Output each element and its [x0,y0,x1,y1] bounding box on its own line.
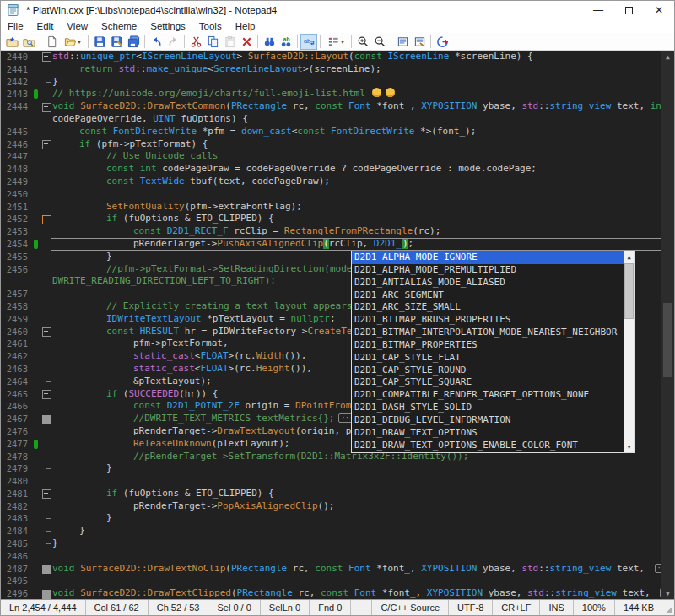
scroll-down-icon[interactable]: ▼ [624,441,634,452]
autocomplete-item[interactable]: D2D1_DRAW_TEXT_OPTIONS_ENABLE_COLOR_FONT [352,440,624,452]
line-number[interactable]: 2486 [1,550,33,563]
edit-scheme-button[interactable] [411,34,428,50]
save-all-button[interactable] [125,34,142,50]
code-line[interactable]: 2447// Use Unicode calls [1,150,674,163]
code-line[interactable]: 2487void SurfaceD2D::DrawTextNoClip(PRec… [1,563,674,575]
bookmark-margin[interactable] [33,400,40,413]
code-line[interactable]: 2482pRenderTarget->PopAxisAlignedClip(); [1,500,674,513]
line-number[interactable]: 2449 [1,176,33,188]
line-number[interactable]: 2465 [1,388,33,401]
code-line[interactable]: 2480 [1,475,674,488]
line-number[interactable]: 2448 [1,163,33,176]
bookmark-margin[interactable] [33,113,40,126]
menu-item-view[interactable]: View [60,19,94,33]
code-line[interactable]: 2445const FontDirectWrite *pfm = down_ca… [1,126,674,138]
title-bar[interactable]: * PlatWin.cxx [F:\Libs\notepad4\scintill… [1,1,674,19]
open-file-button[interactable]: ▾ [60,34,85,50]
bookmark-margin[interactable] [33,63,40,76]
code-line[interactable]: 2496void SurfaceD2D::DrawTextClipped(PRe… [1,587,674,599]
status-cell[interactable]: Ln 2,454 / 4,444 [1,600,86,615]
new-file-button[interactable] [43,34,60,50]
scheme-select-button[interactable]: ▾ [323,34,348,50]
fold-collapse-box[interactable] [40,51,51,63]
fold-collapse-box[interactable] [40,100,51,113]
autocomplete-item[interactable]: D2D1_CAP_STYLE_FLAT [352,352,624,365]
code-line[interactable]: 2453const D2D1_RECT_F rcClip = Rectangle… [1,225,674,238]
fold-collapse-box[interactable] [40,326,51,338]
autocomplete-item[interactable]: D2D1_BITMAP_BRUSH_PROPERTIES [352,314,624,327]
autocomplete-item[interactable]: D2D1_CAP_STYLE_ROUND [352,365,624,377]
cut-button[interactable] [187,34,204,50]
code-line[interactable]: 2481if (fuOptions & ETO_CLIPPED) { [1,488,674,500]
bookmark-marker[interactable] [33,238,40,251]
bookmark-margin[interactable] [33,475,40,488]
bookmark-margin[interactable] [33,425,40,438]
zoom-out-button[interactable] [371,34,388,50]
autocomplete-item[interactable]: D2D1_DASH_STYLE_SOLID [352,402,624,414]
line-number[interactable]: 2441 [1,63,33,76]
bookmark-margin[interactable] [33,563,40,575]
bookmark-margin[interactable] [33,338,40,350]
line-number[interactable]: 2487 [1,563,33,575]
bookmark-margin[interactable] [33,150,40,163]
status-cell[interactable]: 100% [573,600,614,615]
bookmark-margin[interactable] [33,51,40,63]
bookmark-margin[interactable] [33,363,40,376]
autocomplete-item[interactable]: D2D1_ARC_SIZE_SMALL [352,301,624,314]
line-number[interactable]: 2476 [1,425,33,438]
scroll-up-icon[interactable]: ▲ [624,251,634,262]
scheme-dropdown-arrow-icon[interactable]: ▾ [341,38,344,46]
bookmark-marker[interactable] [33,438,40,451]
bookmark-margin[interactable] [33,313,40,326]
line-number[interactable]: 2479 [1,462,33,475]
favorites-search-button[interactable] [20,34,37,50]
code-line[interactable]: 2479} [1,462,674,475]
autocomplete-item[interactable]: D2D1_COMPATIBLE_RENDER_TARGET_OPTIONS_NO… [352,389,624,402]
autocomplete-item[interactable]: D2D1_BITMAP_INTERPOLATION_MODE_NEAREST_N… [352,327,624,339]
find-button[interactable] [261,34,278,50]
fold-expand-box[interactable] [40,563,51,575]
resize-grip[interactable] [662,600,674,615]
close-button[interactable]: ✕ [644,1,674,19]
bookmark-margin[interactable] [33,451,40,463]
bookmark-margin[interactable] [33,538,40,550]
line-number[interactable]: 2467 [1,413,33,425]
editor-scroll-up-icon[interactable]: ▲ [662,51,674,62]
exit-button[interactable] [434,34,451,50]
editor-scroll-down-icon[interactable]: ▼ [662,587,674,599]
line-number[interactable]: 2455 [1,251,33,263]
line-number[interactable]: 2461 [1,338,33,350]
line-number[interactable]: 2451 [1,201,33,213]
autocomplete-scrollbar-thumb[interactable] [624,263,634,319]
code-line[interactable]: 2483} [1,512,674,525]
bookmark-margin[interactable] [33,163,40,176]
menu-item-file[interactable]: File [1,19,30,33]
delete-button[interactable] [238,34,255,50]
bookmark-margin[interactable] [33,251,40,263]
redo-button[interactable] [165,34,181,50]
menu-item-settings[interactable]: Settings [143,19,192,33]
save-as-button[interactable] [108,34,125,50]
bookmark-marker[interactable] [33,88,40,100]
bookmark-margin[interactable] [33,213,40,225]
line-number[interactable]: 2495 [1,575,33,587]
bookmark-margin[interactable] [33,76,40,89]
status-cell[interactable]: Fnd 0 [310,600,351,615]
code-line[interactable]: 2450 [1,188,674,201]
bookmark-margin[interactable] [33,326,40,338]
minimize-button[interactable]: — [583,1,613,19]
bookmark-margin[interactable] [33,300,40,313]
menu-item-help[interactable]: Help [229,19,262,33]
status-cell[interactable]: Col 61 / 62 [86,600,148,615]
line-number[interactable]: 2440 [1,51,33,63]
bookmark-margin[interactable] [33,188,40,201]
replace-button[interactable]: ab [278,34,294,50]
status-cell[interactable]: UTF-8 [448,600,492,615]
line-number[interactable]: 2457 [1,288,33,300]
bookmark-margin[interactable] [33,275,40,288]
bookmark-margin[interactable] [33,100,40,113]
code-line[interactable]: codePageOverride, UINT fuOptions) { [1,113,674,126]
bookmark-margin[interactable] [33,201,40,213]
bookmark-margin[interactable] [33,376,40,388]
code-line[interactable]: 2449const TextWide tbuf(text, codePageDr… [1,176,674,188]
